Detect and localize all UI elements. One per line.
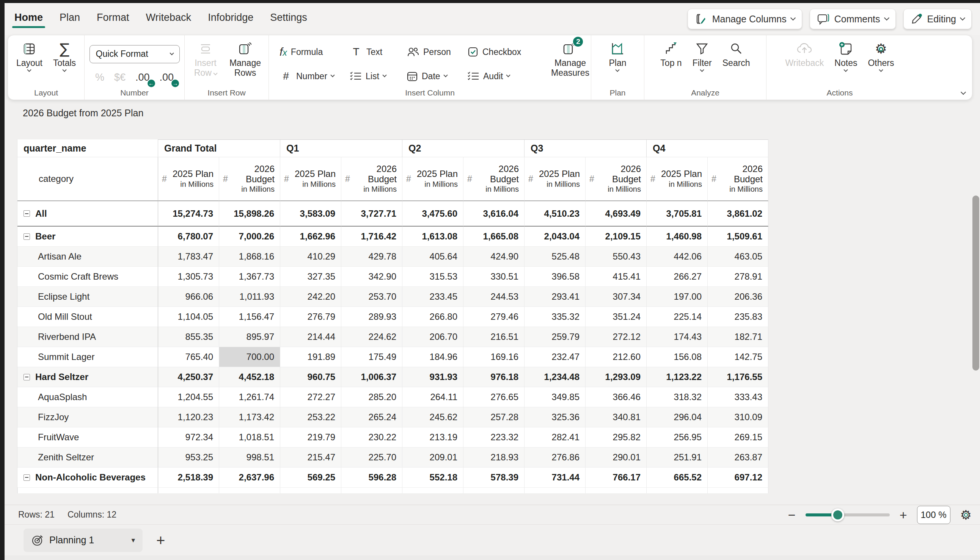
insert-formula-button[interactable]: fx Formula [277, 42, 348, 62]
editing-mode-button[interactable]: Editing [903, 9, 972, 29]
insert-checkbox-button[interactable]: Checkbox [465, 42, 539, 62]
sheet-tab-planning-1[interactable]: Planning 1 ▾ [23, 528, 142, 552]
search-button[interactable]: Search [717, 40, 756, 88]
insert-text-button[interactable]: T Text [348, 42, 404, 62]
collapse-ribbon-chevron-icon[interactable] [961, 89, 966, 95]
data-cell[interactable]: 1,293.09 [585, 367, 646, 387]
data-cell[interactable]: 335.32 [524, 307, 585, 327]
data-cell[interactable]: 206.36 [707, 287, 768, 307]
data-cell[interactable]: 3,583.09 [280, 201, 341, 227]
data-cell[interactable]: 245.62 [402, 407, 463, 427]
data-cell[interactable]: 665.52 [646, 468, 707, 488]
data-cell[interactable]: 278.91 [707, 267, 768, 287]
column-group-header-q4[interactable]: Q4 [646, 140, 768, 157]
data-cell[interactable]: 209.01 [402, 447, 463, 468]
data-cell[interactable]: 327.35 [280, 267, 341, 287]
data-cell[interactable]: 212.60 [585, 347, 646, 367]
insert-row-button[interactable]: Insert Row [187, 40, 224, 88]
data-cell[interactable]: 244.53 [463, 287, 524, 307]
data-cell[interactable]: 953.25 [158, 447, 219, 468]
data-cell[interactable]: 318.32 [646, 387, 707, 407]
insert-date-button[interactable]: Date [404, 66, 465, 86]
data-cell[interactable]: 1,665.08 [463, 227, 524, 247]
data-cell[interactable]: 216.51 [463, 327, 524, 347]
data-cell[interactable]: 175.49 [341, 347, 402, 367]
notes-button[interactable]: Notes [829, 40, 863, 88]
manage-measures-button[interactable]: 2 Manage Measures [546, 40, 595, 88]
data-cell[interactable]: 266.80 [402, 307, 463, 327]
data-cell[interactable]: 219.79 [280, 427, 341, 447]
writeback-button[interactable]: Writeback [780, 40, 829, 88]
data-cell[interactable]: 351.24 [585, 307, 646, 327]
data-cell[interactable]: 349.85 [524, 387, 585, 407]
data-cell[interactable]: 1,509.61 [707, 227, 768, 247]
table-settings-gear-icon[interactable]: ⚙ [960, 508, 972, 522]
data-cell[interactable]: 214.44 [280, 327, 341, 347]
data-cell[interactable]: 1,662.96 [280, 227, 341, 247]
data-cell[interactable]: 307.34 [585, 287, 646, 307]
data-cell[interactable]: 272.12 [585, 327, 646, 347]
data-cell[interactable]: 15,898.26 [219, 201, 280, 227]
data-cell[interactable]: 340.81 [585, 407, 646, 427]
data-cell[interactable]: 463.05 [707, 247, 768, 267]
data-cell[interactable]: 966.06 [158, 287, 219, 307]
data-cell[interactable]: 569.25 [280, 468, 341, 488]
data-cell[interactable]: 206.70 [402, 327, 463, 347]
data-cell[interactable]: 1,173.42 [219, 407, 280, 427]
data-cell[interactable]: 1,613.08 [402, 227, 463, 247]
measure-header-2025-plan[interactable]: #2025 Planin Millions [280, 157, 341, 201]
others-button[interactable]: ⚙ Others [863, 40, 899, 88]
column-group-header-q1[interactable]: Q1 [280, 140, 402, 157]
menu-tab-plan[interactable]: Plan [59, 10, 81, 29]
data-cell[interactable]: 415.41 [585, 267, 646, 287]
data-cell[interactable]: 293.41 [524, 287, 585, 307]
data-cell[interactable]: 169.16 [463, 347, 524, 367]
data-cell[interactable]: 1,868.16 [219, 247, 280, 267]
increase-decimal-button[interactable]: .00→ [160, 72, 174, 83]
measure-header-2026-budget[interactable]: #2026 Budgetin Millions [219, 157, 280, 201]
data-cell[interactable]: 731.44 [524, 468, 585, 488]
data-cell[interactable]: 184.96 [402, 347, 463, 367]
zoom-slider-thumb[interactable] [831, 508, 844, 522]
data-cell[interactable]: 405.64 [402, 247, 463, 267]
data-cell[interactable]: 1,018.51 [219, 427, 280, 447]
data-cell[interactable]: 333.43 [707, 387, 768, 407]
data-cell[interactable]: 442.06 [646, 247, 707, 267]
data-cell[interactable]: 550.43 [585, 247, 646, 267]
data-cell[interactable]: 242.20 [280, 287, 341, 307]
data-cell[interactable]: 218.93 [463, 447, 524, 468]
data-cell[interactable]: 325.36 [524, 407, 585, 427]
data-cell[interactable]: 269.15 [707, 427, 768, 447]
data-cell[interactable]: 2,637.96 [219, 468, 280, 488]
data-cell[interactable]: 6,780.07 [158, 227, 219, 247]
data-cell[interactable]: 895.97 [219, 327, 280, 347]
data-cell[interactable]: 15,274.73 [158, 201, 219, 227]
measure-header-2025-plan[interactable]: #2025 Planin Millions [402, 157, 463, 201]
data-cell[interactable]: 289.93 [341, 307, 402, 327]
data-cell[interactable]: 1,156.47 [219, 307, 280, 327]
measure-header-2026-budget[interactable]: #2026 Budgetin Millions [341, 157, 402, 201]
data-cell[interactable]: 1,261.74 [219, 387, 280, 407]
zoom-in-button[interactable]: + [900, 508, 907, 522]
data-cell[interactable]: 4,510.23 [524, 201, 585, 227]
data-cell[interactable]: 396.58 [524, 267, 585, 287]
menu-tab-writeback[interactable]: Writeback [145, 10, 192, 29]
data-cell[interactable]: 213.19 [402, 427, 463, 447]
zoom-slider[interactable] [806, 513, 890, 517]
row-label-zenith-seltzer[interactable]: Zenith Seltzer [17, 447, 158, 468]
data-cell[interactable]: 3,616.04 [463, 201, 524, 227]
data-cell[interactable]: 182.71 [707, 327, 768, 347]
measure-header-2026-budget[interactable]: #2026 Budgetin Millions [463, 157, 524, 201]
filter-button[interactable]: Filter [687, 40, 717, 88]
row-label-all[interactable]: All [17, 201, 158, 227]
data-cell[interactable]: 191.89 [280, 347, 341, 367]
data-cell[interactable]: 998.51 [219, 447, 280, 468]
data-cell[interactable]: 931.93 [402, 367, 463, 387]
data-cell[interactable]: 2,043.04 [524, 227, 585, 247]
data-cell[interactable]: 976.18 [463, 367, 524, 387]
data-cell[interactable]: 223.32 [463, 427, 524, 447]
add-sheet-button[interactable]: + [156, 533, 165, 548]
data-cell[interactable]: 960.75 [280, 367, 341, 387]
manage-rows-button[interactable]: Manage Rows [224, 40, 266, 88]
data-cell[interactable]: 2,109.15 [585, 227, 646, 247]
